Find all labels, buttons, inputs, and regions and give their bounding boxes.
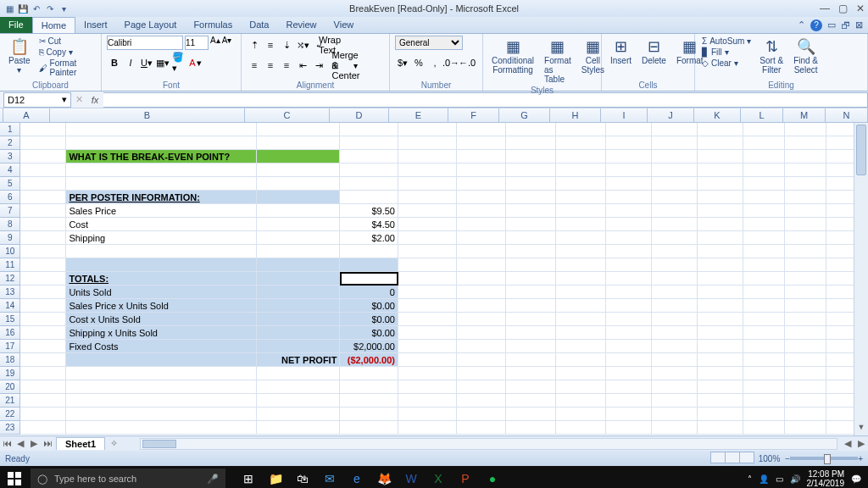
- cell-J15[interactable]: [652, 313, 698, 326]
- cell-M11[interactable]: [785, 258, 826, 272]
- cell-C21[interactable]: [257, 394, 340, 408]
- restore-window-icon[interactable]: 🗗: [841, 20, 850, 30]
- cell-I17[interactable]: [606, 340, 652, 353]
- cell-L14[interactable]: [743, 299, 785, 313]
- maximize-button[interactable]: ▢: [838, 3, 848, 14]
- cell-J1[interactable]: [652, 123, 698, 136]
- cell-J3[interactable]: [652, 150, 698, 164]
- cell-B22[interactable]: [66, 408, 257, 421]
- cell-G1[interactable]: [506, 123, 556, 136]
- cell-F1[interactable]: [457, 123, 507, 136]
- mic-icon[interactable]: 🎤: [207, 474, 219, 485]
- col-header-K[interactable]: K: [694, 108, 741, 122]
- powerpoint-icon[interactable]: P: [453, 466, 478, 488]
- cell-E17[interactable]: [398, 340, 457, 353]
- format-as-table-button[interactable]: ▦Formatas Table: [541, 36, 575, 86]
- cell-I6[interactable]: [606, 191, 652, 204]
- cell-H15[interactable]: [556, 313, 606, 326]
- cell-L18[interactable]: [743, 353, 785, 367]
- cell-E11[interactable]: [398, 258, 457, 272]
- cell-L23[interactable]: [743, 421, 785, 435]
- task-view-icon[interactable]: ⊞: [236, 466, 261, 488]
- col-header-G[interactable]: G: [499, 108, 550, 122]
- window-options-icon[interactable]: ▭: [827, 19, 836, 30]
- cell-F16[interactable]: [457, 326, 507, 340]
- tray-up-icon[interactable]: ˄: [748, 474, 752, 484]
- cell-M2[interactable]: [785, 136, 826, 150]
- tab-review[interactable]: Review: [277, 17, 325, 33]
- cell-J2[interactable]: [652, 136, 698, 150]
- tab-home[interactable]: Home: [32, 17, 75, 33]
- cell-G19[interactable]: [506, 367, 556, 380]
- cell-C11[interactable]: [257, 258, 340, 272]
- align-left-icon[interactable]: ≡: [247, 58, 262, 73]
- cell-A17[interactable]: [20, 340, 66, 353]
- start-button[interactable]: [0, 466, 29, 488]
- cell-H22[interactable]: [556, 408, 606, 421]
- cell-C7[interactable]: [257, 204, 340, 218]
- tab-data[interactable]: Data: [241, 17, 277, 33]
- cell-B1[interactable]: [66, 123, 257, 136]
- cell-C19[interactable]: [257, 367, 340, 380]
- cell-H8[interactable]: [556, 218, 606, 231]
- col-header-I[interactable]: I: [601, 108, 648, 122]
- cell-I23[interactable]: [606, 421, 652, 435]
- first-sheet-icon[interactable]: ⏮: [0, 438, 14, 449]
- bold-button[interactable]: B: [107, 55, 122, 70]
- cell-K11[interactable]: [698, 258, 743, 272]
- cell-I3[interactable]: [606, 150, 652, 164]
- cell-M10[interactable]: [785, 245, 826, 258]
- cell-A6[interactable]: [20, 191, 66, 204]
- cell-K18[interactable]: [698, 353, 743, 367]
- cell-I12[interactable]: [606, 272, 652, 286]
- cell-J19[interactable]: [652, 367, 698, 380]
- cell-F9[interactable]: [457, 231, 507, 245]
- cell-D5[interactable]: [340, 177, 398, 191]
- cell-H17[interactable]: [556, 340, 606, 353]
- prev-sheet-icon[interactable]: ◀: [14, 438, 27, 449]
- cell-E1[interactable]: [398, 123, 457, 136]
- cell-A15[interactable]: [20, 313, 66, 326]
- cell-E14[interactable]: [398, 299, 457, 313]
- cell-K19[interactable]: [698, 367, 743, 380]
- col-header-N[interactable]: N: [826, 108, 868, 122]
- cell-B3[interactable]: WHAT IS THE BREAK-EVEN POINT?: [66, 150, 257, 164]
- cell-D6[interactable]: [340, 191, 398, 204]
- cell-B9[interactable]: Shipping: [66, 231, 257, 245]
- cell-B13[interactable]: Units Sold: [66, 286, 257, 299]
- row-header-11[interactable]: 11: [0, 258, 20, 272]
- cell-D13[interactable]: 0: [340, 286, 398, 299]
- cell-I7[interactable]: [606, 204, 652, 218]
- cell-A5[interactable]: [20, 177, 66, 191]
- cell-L3[interactable]: [743, 150, 785, 164]
- cell-M14[interactable]: [785, 299, 826, 313]
- cell-C17[interactable]: [257, 340, 340, 353]
- cell-K15[interactable]: [698, 313, 743, 326]
- cell-I20[interactable]: [606, 380, 652, 394]
- cell-L16[interactable]: [743, 326, 785, 340]
- sheet-tab[interactable]: Sheet1: [56, 437, 105, 450]
- col-header-H[interactable]: H: [550, 108, 601, 122]
- cell-I21[interactable]: [606, 394, 652, 408]
- cell-H23[interactable]: [556, 421, 606, 435]
- worksheet-grid[interactable]: ABCDEFGHIJKLMN 123WHAT IS THE BREAK-EVEN…: [0, 108, 868, 435]
- cell-J23[interactable]: [652, 421, 698, 435]
- cell-H21[interactable]: [556, 394, 606, 408]
- align-right-icon[interactable]: ≡: [279, 58, 294, 73]
- cell-M17[interactable]: [785, 340, 826, 353]
- view-buttons[interactable]: [710, 452, 754, 465]
- col-header-J[interactable]: J: [648, 108, 694, 122]
- align-center-icon[interactable]: ≡: [263, 58, 278, 73]
- cell-E13[interactable]: [398, 286, 457, 299]
- comma-button[interactable]: ,: [427, 55, 442, 70]
- cell-E16[interactable]: [398, 326, 457, 340]
- cell-D10[interactable]: [340, 245, 398, 258]
- cell-I13[interactable]: [606, 286, 652, 299]
- cell-M4[interactable]: [785, 164, 826, 177]
- cell-J12[interactable]: [652, 272, 698, 286]
- fill-color-button[interactable]: 🪣▾: [171, 55, 186, 70]
- formula-input[interactable]: [103, 92, 868, 108]
- number-format-select[interactable]: General: [395, 36, 463, 50]
- orientation-icon[interactable]: ⤭▾: [295, 37, 310, 53]
- italic-button[interactable]: I: [123, 55, 138, 70]
